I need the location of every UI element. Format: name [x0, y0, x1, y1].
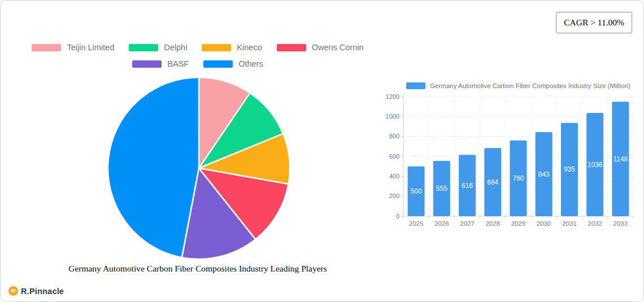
legend-label: Teijin Limited [67, 43, 114, 52]
pie-chart-svg [106, 75, 292, 261]
legend-item-delphi[interactable]: Delphi [129, 43, 187, 52]
x-tick-label: 2033 [613, 220, 628, 227]
x-tick-label: 2026 [434, 220, 449, 227]
legend-item-others[interactable]: Others [203, 59, 263, 68]
legend-label: Kineco [237, 43, 262, 52]
bar-value-label: 935 [564, 165, 575, 173]
y-tick-label: 1200 [386, 93, 399, 100]
bar-value-label: 843 [538, 170, 550, 178]
legend-swatch [132, 60, 162, 68]
pie-slice-others[interactable] [108, 77, 199, 257]
pie-chart [106, 75, 292, 261]
x-tick-label: 2032 [588, 220, 602, 227]
bar-legend-swatch [406, 82, 425, 89]
cagr-badge: CAGR > 11.00% [556, 12, 632, 33]
bar-value-label: 760 [512, 174, 524, 182]
y-tick-label: 400 [389, 173, 399, 180]
y-tick-label: 1000 [386, 113, 399, 120]
bar-value-label: 616 [462, 182, 473, 190]
bar-value-label: 555 [436, 185, 447, 192]
x-tick-label: 2030 [537, 220, 551, 227]
x-tick-label: 2029 [511, 220, 526, 227]
legend-item-owens-cornin[interactable]: Owens Cornin [277, 43, 364, 52]
legend-item-teijin-limited[interactable]: Teijin Limited [32, 43, 114, 52]
legend-swatch [203, 60, 233, 68]
pie-legend: Teijin LimitedDelphiKinecoOwens CorninBA… [17, 43, 378, 68]
legend-label: Owens Cornin [312, 43, 364, 52]
bar-value-label: 500 [411, 187, 422, 195]
legend-swatch [202, 44, 231, 51]
legend-label: Others [238, 59, 263, 68]
brand-logo-icon: M [8, 286, 18, 296]
bar-legend-label: Germany Automotive Carbon Fiber Composit… [430, 82, 630, 89]
x-tick-label: 2027 [460, 220, 475, 227]
legend-swatch [277, 44, 306, 51]
legend-label: BASF [167, 59, 189, 68]
x-tick-label: 2028 [485, 220, 500, 227]
pie-title: Germany Automotive Carbon Fiber Composit… [28, 264, 367, 274]
bar-value-label: 684 [487, 178, 498, 186]
legend-label: Delphi [164, 43, 187, 52]
x-tick-label: 2031 [562, 220, 577, 227]
legend-swatch [129, 44, 158, 51]
y-tick-label: 600 [389, 153, 399, 160]
bar-chart-svg: 0200400600800100012005002025555202661620… [385, 91, 644, 232]
brand-name: R.Pinnacle [21, 287, 64, 296]
bar-value-label: 1148 [613, 155, 628, 163]
report-page: CAGR > 11.00% Teijin LimitedDelphiKineco… [0, 0, 644, 302]
bar-chart-panel: Germany Automotive Carbon Fiber Composit… [385, 81, 644, 233]
legend-swatch [32, 44, 61, 51]
y-tick-label: 200 [389, 192, 399, 199]
y-tick-label: 800 [389, 133, 399, 139]
x-tick-label: 2025 [409, 220, 424, 227]
y-tick-label: 0 [396, 213, 399, 220]
bar-value-label: 1036 [588, 161, 603, 169]
bar-legend[interactable]: Germany Automotive Carbon Fiber Composit… [403, 81, 633, 91]
brand-logo: M R.Pinnacle [8, 286, 64, 296]
legend-item-basf[interactable]: BASF [132, 59, 189, 68]
legend-item-kineco[interactable]: Kineco [202, 43, 262, 52]
